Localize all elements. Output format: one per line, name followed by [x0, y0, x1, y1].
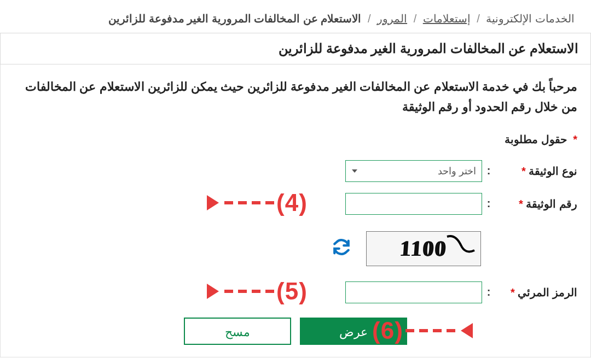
annotation-arrow-icon — [224, 290, 274, 293]
required-star-icon: * — [519, 198, 523, 210]
annotation-6-label: (6) — [372, 317, 403, 344]
panel-title: الاستعلام عن المخالفات المرورية الغير مد… — [0, 33, 591, 64]
annotation-5-label: (5) — [276, 278, 308, 305]
colon: : — [482, 165, 495, 177]
crumb-eservices[interactable]: الخدمات الإلكترونية — [486, 13, 575, 25]
required-fields-label: حقول مطلوبة — [505, 133, 567, 145]
refresh-captcha-icon[interactable] — [332, 238, 351, 259]
crumb-inquiries[interactable]: إستعلامات — [423, 13, 471, 25]
captcha-text: 1100 — [399, 236, 448, 261]
row-document-type: نوع الوثيقة * : اختر واحد — [14, 160, 577, 182]
crumb-sep: / — [477, 13, 480, 25]
captcha-input[interactable] — [345, 281, 482, 303]
crumb-sep: / — [368, 13, 371, 25]
annotation-4: (4) — [207, 189, 308, 216]
intro-text: مرحباً بك في خدمة الاستعلام عن المخالفات… — [14, 77, 577, 118]
crumb-current: الاستعلام عن المخالفات المرورية الغير مد… — [108, 13, 361, 25]
colon: : — [482, 286, 495, 298]
annotation-6: (6) — [372, 317, 473, 344]
captcha-control — [345, 281, 482, 303]
breadcrumb: الخدمات الإلكترونية / إستعلامات / المرور… — [0, 0, 591, 33]
annotation-arrow-icon — [405, 329, 455, 332]
arrowhead-icon — [461, 323, 473, 338]
annotation-4-label: (4) — [276, 189, 308, 216]
required-star-icon: * — [511, 286, 515, 298]
button-row: عرض مسح — [14, 318, 577, 345]
annotation-arrow-icon — [224, 201, 274, 204]
document-number-input[interactable] — [345, 193, 482, 215]
document-type-select[interactable]: اختر واحد — [345, 160, 482, 182]
captcha-block: 1100 — [14, 231, 481, 266]
arrowhead-icon — [207, 195, 219, 210]
document-number-control — [345, 193, 482, 215]
required-star-icon: * — [573, 133, 577, 145]
colon: : — [482, 197, 495, 210]
captcha-image: 1100 — [366, 231, 481, 266]
document-type-control: اختر واحد — [345, 160, 482, 182]
crumb-sep: / — [414, 13, 417, 25]
document-number-label: رقم الوثيقة * — [495, 197, 577, 210]
document-type-label: نوع الوثيقة * — [495, 165, 577, 178]
crumb-traffic[interactable]: المرور — [377, 13, 407, 25]
required-star-icon: * — [522, 165, 526, 177]
required-fields-note: * حقول مطلوبة — [14, 133, 577, 146]
annotation-5: (5) — [207, 278, 308, 305]
clear-button[interactable]: مسح — [184, 318, 291, 345]
captcha-label: الرمز المرئي * — [495, 286, 577, 299]
arrowhead-icon — [207, 284, 219, 299]
